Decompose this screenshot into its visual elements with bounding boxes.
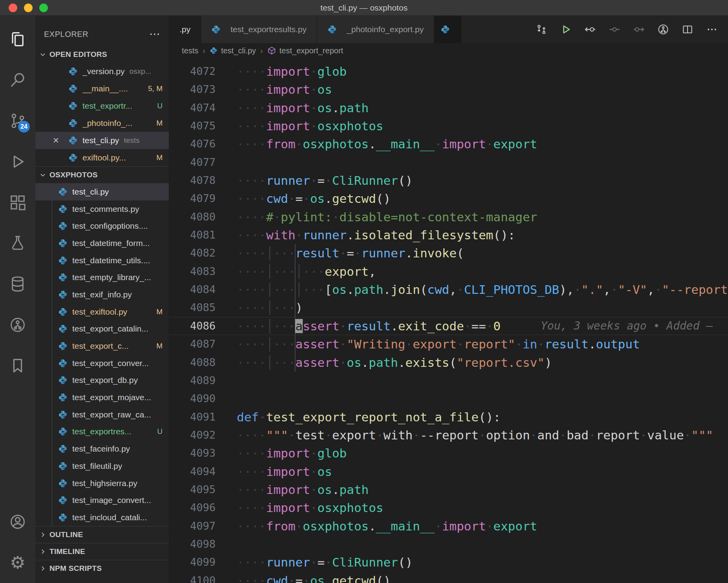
file-tree-item[interactable]: test_datetime_utils.... (35, 252, 169, 269)
code-line-4075[interactable]: 4075····import·osxphotos (169, 117, 728, 135)
line-number[interactable]: 4072 (169, 62, 216, 80)
line-number[interactable]: 4090 (169, 390, 216, 408)
code-line-4088[interactable]: 4088····│···assert·os.path.exists("repor… (169, 353, 728, 372)
line-number[interactable]: 4097 (169, 517, 216, 535)
run-button[interactable] (554, 23, 578, 36)
line-number[interactable]: 4083 (169, 262, 216, 281)
tab-python-icon[interactable] (434, 16, 461, 43)
file-tree-item[interactable]: test_export_raw_ca... (35, 406, 169, 423)
line-number[interactable]: 4098 (169, 535, 216, 553)
file-tree-item[interactable]: test_empty_library_... (35, 269, 169, 286)
line-content[interactable]: ····import·os.path (216, 99, 728, 117)
tab-test_exportresults.py[interactable]: test_exportresults.py (201, 16, 317, 43)
line-content[interactable]: ····│···result·=·runner.invoke( (216, 244, 728, 262)
file-tree-item[interactable]: test_incloud_catali... (35, 509, 169, 526)
line-content[interactable]: ····import·glob (216, 62, 728, 80)
file-tree-item[interactable]: test_export_conver... (35, 355, 169, 372)
line-content[interactable] (216, 153, 728, 171)
file-tree-item[interactable]: test_highsierra.py (35, 475, 169, 492)
current-change-icon[interactable] (602, 23, 627, 36)
code-line-4086[interactable]: 4086····│···assert·result.exit_code·==·0… (169, 317, 728, 335)
code-editor[interactable]: 4072····import·glob4073····import·os4074… (169, 58, 728, 583)
line-content[interactable] (216, 372, 728, 390)
line-number[interactable]: 4092 (169, 426, 216, 444)
tab-.py[interactable]: .py (169, 16, 201, 43)
file-tree-item[interactable]: test_export_catalin... (35, 321, 169, 338)
line-content[interactable]: ····#·pylint:·disable=not-context-manage… (216, 208, 728, 226)
line-number[interactable]: 4099 (169, 553, 216, 571)
file-tree-item[interactable]: test_faceinfo.py (35, 440, 169, 457)
project-section-header[interactable]: OSXPHOTOS (35, 166, 169, 183)
file-tree-item[interactable]: test_fileutil.py (35, 457, 169, 475)
code-line-4081[interactable]: 4081····with·runner.isolated_filesystem(… (169, 226, 728, 244)
open-editor-item[interactable]: __main__....5, M (35, 80, 169, 97)
code-line-4096[interactable]: 4096····import·osxphotos (169, 499, 728, 517)
code-line-4083[interactable]: 4083····│···│···export, (169, 262, 728, 281)
line-number[interactable]: 4073 (169, 80, 216, 98)
breadcrumb-folder[interactable]: tests (182, 46, 198, 55)
code-line-4085[interactable]: 4085····│···) (169, 299, 728, 317)
line-content[interactable]: ····│···assert·os.path.exists("report.cs… (216, 353, 728, 372)
line-content[interactable]: ····runner·=·CliRunner() (216, 553, 728, 571)
file-tree-item[interactable]: test_export_c...M (35, 337, 169, 355)
line-content[interactable]: ····│···│···export, (216, 262, 728, 281)
line-number[interactable]: 4077 (169, 153, 216, 171)
line-content[interactable]: ····with·runner.isolated_filesystem(): (216, 226, 728, 244)
line-number[interactable]: 4088 (169, 353, 216, 372)
settings-gear-icon[interactable]: ⚙ (0, 542, 35, 583)
zoom-window-button[interactable] (39, 4, 48, 12)
line-content[interactable]: ····from·osxphotos.__main__·import·expor… (216, 135, 728, 153)
open-editor-item[interactable]: _photoinfo_...M (35, 115, 169, 132)
line-content[interactable]: ····import·osxphotos (216, 499, 728, 517)
source-control-icon[interactable]: 24 (0, 100, 35, 141)
database-icon[interactable] (0, 264, 35, 304)
line-number[interactable]: 4076 (169, 135, 216, 153)
code-line-4084[interactable]: 4084····│···│···[os.path.join(cwd,·CLI_P… (169, 281, 728, 299)
line-content[interactable] (216, 535, 728, 553)
split-editor-icon[interactable] (675, 24, 700, 35)
line-number[interactable]: 4094 (169, 463, 216, 481)
line-content[interactable]: ····│···assert·"Writing·export·report"·i… (216, 335, 728, 353)
compare-changes-icon[interactable] (529, 24, 554, 35)
file-tree-item[interactable]: test_export_db.py (35, 372, 169, 389)
line-content[interactable]: ····"""·test·export·with·--report·option… (216, 426, 728, 444)
close-window-button[interactable] (9, 4, 17, 12)
line-content[interactable]: ····cwd·=·os.getcwd() (216, 189, 728, 208)
explorer-icon[interactable] (0, 19, 35, 60)
breadcrumb-file[interactable]: test_cli.py (210, 46, 256, 55)
code-line-4091[interactable]: 4091def·test_export_report_not_a_file(): (169, 408, 728, 426)
open-editors-section-header[interactable]: OPEN EDITORS (35, 46, 169, 63)
line-content[interactable]: def·test_export_report_not_a_file(): (216, 408, 728, 426)
open-editor-item[interactable]: exiftool.py...M (35, 149, 169, 166)
line-content[interactable]: ····import·os (216, 463, 728, 481)
code-line-4100[interactable]: 4100····cwd·=·os.getcwd() (169, 572, 728, 583)
close-icon[interactable]: ✕ (53, 136, 59, 145)
code-line-4089[interactable]: 4089 (169, 372, 728, 390)
code-line-4076[interactable]: 4076····from·osxphotos.__main__·import·e… (169, 135, 728, 153)
code-line-4073[interactable]: 4073····import·os (169, 80, 728, 98)
line-content[interactable]: ····import·os.path (216, 481, 728, 499)
outline-section-header[interactable]: OUTLINE (35, 526, 169, 543)
line-content[interactable]: ····import·os (216, 80, 728, 98)
line-number[interactable]: 4084 (169, 281, 216, 299)
line-number[interactable]: 4080 (169, 208, 216, 226)
code-line-4082[interactable]: 4082····│···result·=·runner.invoke( (169, 244, 728, 262)
code-line-4079[interactable]: 4079····cwd·=·os.getcwd() (169, 189, 728, 208)
line-number[interactable]: 4081 (169, 226, 216, 244)
tab-_photoinfo_export.py[interactable]: _photoinfo_export.py (317, 16, 434, 43)
search-icon[interactable] (0, 60, 35, 100)
code-line-4072[interactable]: 4072····import·glob (169, 62, 728, 80)
code-line-4094[interactable]: 4094····import·os (169, 463, 728, 481)
line-content[interactable]: ····cwd·=·os.getcwd() (216, 572, 728, 583)
line-number[interactable]: 4100 (169, 572, 216, 583)
previous-change-icon[interactable] (578, 23, 602, 36)
minimize-window-button[interactable] (24, 4, 33, 12)
line-number[interactable]: 4096 (169, 499, 216, 517)
code-line-4099[interactable]: 4099····runner·=·CliRunner() (169, 553, 728, 571)
timeline-section-header[interactable]: TIMELINE (35, 543, 169, 560)
file-tree-item[interactable]: test_exportres...U (35, 423, 169, 441)
next-change-icon[interactable] (627, 23, 651, 36)
account-icon[interactable] (0, 501, 35, 542)
code-line-4092[interactable]: 4092····"""·test·export·with·--report·op… (169, 426, 728, 444)
line-number[interactable]: 4079 (169, 189, 216, 208)
